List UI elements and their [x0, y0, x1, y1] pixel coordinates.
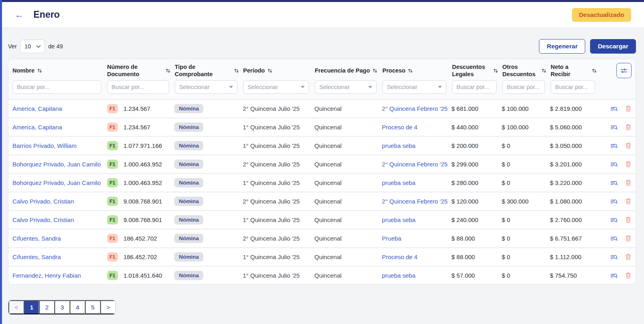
table-cell: $ 0: [502, 179, 550, 186]
table-cell: Prueba: [382, 235, 452, 242]
column-filter-input[interactable]: [107, 80, 169, 94]
column-filter-select[interactable]: Seleccionar: [243, 80, 309, 94]
delete-row-button[interactable]: [625, 142, 632, 149]
page-size-select[interactable]: 10: [20, 39, 45, 53]
process-link[interactable]: prueba seba: [382, 272, 415, 279]
row-actions: [600, 198, 632, 205]
view-details-button[interactable]: [610, 198, 618, 205]
sort-arrows-icon[interactable]: [165, 68, 171, 73]
pagination-page-3[interactable]: 3: [54, 300, 70, 314]
sort-arrows-icon[interactable]: [592, 68, 597, 73]
regenerate-button[interactable]: Regenerar: [539, 39, 585, 54]
table-cell: Cifuentes, Sandra: [12, 235, 107, 242]
employee-name-link[interactable]: America, Capitana: [12, 124, 62, 131]
view-details-button[interactable]: [610, 217, 618, 223]
employee-name-link[interactable]: Cifuentes, Sandra: [12, 253, 61, 260]
process-link[interactable]: 2° Quincena Febrero '25: [382, 198, 448, 205]
employee-name-link[interactable]: Bohorquez Privado, Juan Camilo: [12, 161, 101, 168]
column-filter-input[interactable]: [551, 80, 595, 94]
column-header: Frecuencia de Pago: [315, 67, 382, 74]
view-details-button[interactable]: [610, 143, 618, 149]
net-pay-value: $ 1.112.000: [550, 253, 581, 260]
column-filter-select[interactable]: Seleccionar: [175, 80, 237, 94]
sort-arrows-icon[interactable]: [37, 68, 42, 73]
employee-name-link[interactable]: Cifuentes, Sandra: [12, 235, 61, 242]
table-cell: $ 0: [502, 161, 550, 168]
process-link[interactable]: prueba seba: [382, 216, 415, 223]
sort-arrows-icon[interactable]: [541, 68, 547, 73]
results-table: NombreNúmero de DocumentoTipo de Comprob…: [8, 59, 636, 285]
table-cell: prueba seba: [382, 216, 452, 223]
process-link[interactable]: 2° Quincena Febrero '25: [382, 105, 448, 112]
table-cell: 1° Quincena Julio '25: [243, 253, 314, 260]
delete-row-button[interactable]: [625, 216, 632, 223]
pagination-page-1[interactable]: 1: [24, 300, 39, 314]
sort-arrows-icon[interactable]: [267, 68, 272, 73]
table-cell: 1° Quincena Julio '25: [243, 216, 314, 223]
row-actions: [600, 216, 632, 223]
total-count-label: de 49: [48, 43, 63, 50]
view-details-button[interactable]: [610, 180, 618, 186]
column-filter-input[interactable]: [12, 80, 101, 94]
sort-arrows-icon[interactable]: [493, 68, 498, 73]
status-badge: Desactualizado: [572, 8, 631, 22]
pagination: <12345>: [8, 300, 116, 315]
sort-arrows-icon[interactable]: [234, 68, 239, 73]
download-button[interactable]: Descargar: [590, 39, 636, 54]
employee-name-link[interactable]: Barrios Privado, William: [12, 142, 76, 149]
sort-arrows-icon[interactable]: [372, 68, 378, 73]
delete-row-button[interactable]: [625, 105, 632, 112]
column-filter-input[interactable]: [452, 80, 497, 94]
voucher-type-badge: Nómina: [174, 234, 203, 243]
employee-name-link[interactable]: Calvo Privado, Cristian: [12, 198, 74, 205]
view-details-button[interactable]: [610, 235, 618, 242]
process-link[interactable]: prueba seba: [382, 179, 415, 186]
view-details-button[interactable]: [610, 161, 618, 168]
process-link[interactable]: 2° Quincena Febrero '25: [382, 161, 448, 168]
pay-frequency-value: Quincenal: [314, 198, 342, 205]
view-details-button[interactable]: [610, 106, 618, 112]
column-filter-select[interactable]: Seleccionar: [315, 80, 377, 94]
view-details-button[interactable]: [610, 254, 618, 260]
pay-frequency-value: Quincenal: [314, 272, 342, 279]
view-details-button[interactable]: [610, 272, 618, 279]
table-cell: America, Capitana: [12, 124, 107, 131]
column-header-label: Nombre: [12, 67, 35, 74]
column-settings-button[interactable]: [616, 63, 632, 78]
view-details-button[interactable]: [610, 124, 618, 131]
table-cell: $ 1.080.000: [550, 198, 600, 205]
pagination-prev-button[interactable]: <: [8, 300, 24, 314]
employee-name-link[interactable]: America, Capitana: [12, 105, 62, 112]
process-link[interactable]: Proceso de 4: [382, 253, 417, 260]
pagination-page-4[interactable]: 4: [70, 300, 85, 314]
employee-name-link[interactable]: Bohorquez Privado, Juan Camilo: [12, 179, 101, 186]
employee-name-link[interactable]: Fernandez, Henry Fabian: [12, 272, 81, 279]
pagination-page-2[interactable]: 2: [39, 300, 54, 314]
delete-row-button[interactable]: [625, 179, 632, 186]
legal-deductions-value: $ 299.000: [452, 161, 479, 168]
document-type-badge: F1: [107, 141, 118, 150]
table-cell: $ 57.000: [452, 272, 502, 279]
document-type-badge: F1: [107, 252, 118, 262]
delete-row-button[interactable]: [625, 198, 632, 205]
document-number: 1.000.463.952: [124, 161, 162, 168]
process-link[interactable]: Prueba: [382, 235, 401, 242]
delete-row-button[interactable]: [625, 272, 632, 279]
delete-row-button[interactable]: [625, 253, 632, 260]
pagination-next-button[interactable]: >: [100, 300, 116, 314]
table-row: Cifuentes, SandraF1186.452.702Nómina1° Q…: [8, 247, 636, 266]
sort-arrows-icon[interactable]: [408, 68, 413, 73]
delete-row-button[interactable]: [625, 235, 632, 242]
column-filter-select[interactable]: Seleccionar: [382, 80, 446, 94]
pagination-page-5[interactable]: 5: [85, 300, 100, 314]
delete-row-button[interactable]: [625, 124, 632, 131]
back-arrow-icon[interactable]: ←: [15, 10, 24, 19]
filter-select-placeholder: Seleccionar: [179, 84, 210, 90]
document-number: 1.234.567: [124, 124, 151, 131]
process-link[interactable]: Proceso de 4: [382, 124, 417, 131]
process-link[interactable]: prueba seba: [382, 142, 415, 149]
table-cell: F11.000.463.952: [107, 160, 175, 169]
employee-name-link[interactable]: Calvo Privado, Cristian: [12, 216, 74, 223]
column-filter-input[interactable]: [502, 80, 545, 94]
delete-row-button[interactable]: [625, 161, 632, 168]
